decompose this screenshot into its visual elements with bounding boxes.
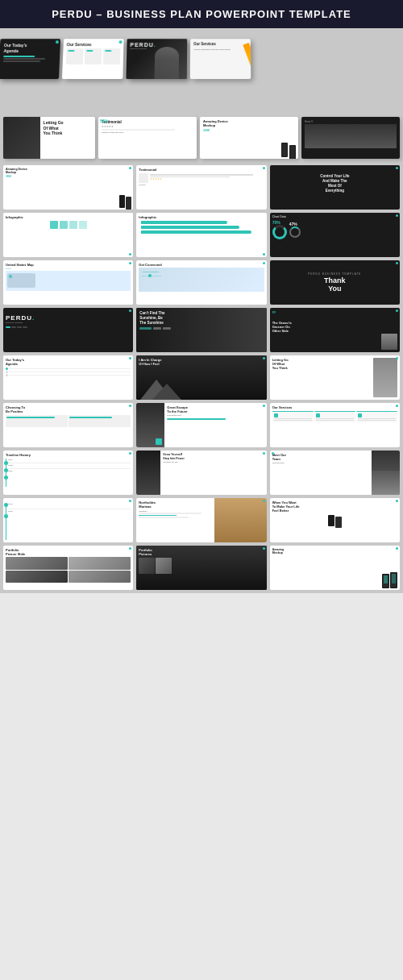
slide-timeline: Timeline History 1957 1995 2005 bbox=[3, 451, 133, 495]
slide-amazing-device: Amazing DeviceMockup 368K bbox=[3, 165, 133, 210]
slide-get-connected: Get Connected bbox=[136, 260, 266, 305]
slide-thank-you: PERDU BUSINESS TEMPLATE ThankYou bbox=[270, 260, 400, 305]
slide-northuldra: NorthuldraMariana Description... bbox=[136, 498, 266, 542]
slide-choosing-positive: Choosing ToBe Positive bbox=[3, 403, 133, 447]
slide-perdu-dark: PERDU. Business Template bbox=[3, 308, 133, 352]
slide-sunshine: Can't Find TheSunshine, BeThe Sunshine bbox=[136, 308, 266, 352]
slide-agenda-2: Our Today'sAgenda bbox=[3, 355, 133, 400]
slide-device-mockup-banner: Amazing DeviceMockup 368K bbox=[200, 117, 298, 159]
slide-when-you-want: When You WantTo Make Your LifeFeel Bette… bbox=[270, 498, 400, 542]
slides-grid: Amazing DeviceMockup 368K Testimonial ★★… bbox=[0, 162, 403, 593]
slide-control-life: Control Your LifeAnd Make TheMost OfEver… bbox=[270, 165, 400, 210]
slide-portfolio-pic: PortfolioPicture Slide bbox=[3, 546, 133, 590]
slide-grass-greener: " The Grass IsGreener OnOther Side bbox=[270, 308, 400, 352]
slide-testimonial-1: Testimonial ★★★★★ Sample review text her… bbox=[98, 117, 197, 159]
slide-meet-team: Meet OurTeam Team description bbox=[270, 451, 400, 495]
banner-slide-4: Our Services Service description text he… bbox=[190, 39, 251, 79]
header-title: PERDU – BUSINESS PLAN POWERPOINT TEMPLAT… bbox=[52, 8, 351, 20]
page-header: PERDU – BUSINESS PLAN POWERPOINT TEMPLAT… bbox=[0, 0, 403, 28]
slide-infographic-puzzle: Infographic bbox=[3, 213, 133, 257]
slide-timeline-2: 2010 2019 bbox=[3, 498, 133, 542]
slide-grow-yourself: Grow YourselfStep Into Power Description… bbox=[136, 451, 266, 495]
slide-portfolio-pics-2: PortfolioPictures bbox=[136, 546, 266, 590]
slide-great-escape: Great EscapeTo the Future Description te… bbox=[136, 403, 266, 447]
banner-slide-3: PERDU. Business Template bbox=[126, 39, 187, 79]
slide-our-services-2: Our Services bbox=[270, 403, 400, 447]
slide-infographic-arrow: Infographic bbox=[136, 213, 266, 257]
slide-letting-go-2: Letting GoOf WhatYou Think bbox=[270, 355, 400, 400]
slide-dark-extra: Grow Y... bbox=[301, 117, 400, 159]
slide-us-map: United States Map 97.5% bbox=[3, 260, 133, 305]
banner-slide-2: Our Services bbox=[62, 39, 124, 79]
slide-testimonial-main: Testimonial ★★★★★ 67.50% bbox=[136, 165, 266, 210]
slide-i-am-charge: I Am In ChargeOf How I Feel bbox=[136, 355, 266, 400]
slide-chart-data: Chart Data 70% 47% bbox=[270, 213, 400, 257]
banner-slide-1: Our Today'sAgenda bbox=[0, 39, 60, 79]
slide-letting-go: Letting GoOf WhatYou Think bbox=[3, 117, 95, 159]
slide-amazing-mockup: AmazingMockup bbox=[270, 546, 400, 590]
